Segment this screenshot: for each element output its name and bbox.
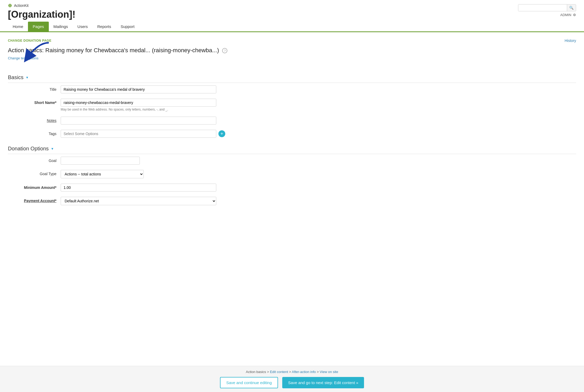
tags-input[interactable]	[61, 130, 216, 138]
help-icon[interactable]: ?	[222, 48, 227, 53]
title-input[interactable]	[61, 85, 216, 93]
basics-section-header: Basics ▼	[8, 74, 576, 83]
admin-label: ADMIN	[560, 13, 571, 17]
goal-field	[61, 157, 576, 165]
payment-account-field: Default Authorize.net	[61, 197, 576, 205]
title-label: Title	[8, 85, 61, 92]
title-field	[61, 85, 576, 93]
minimum-amount-label: Minimum Amount*	[8, 184, 61, 190]
nav-item-home[interactable]: Home	[8, 22, 28, 31]
minimum-amount-field-row: Minimum Amount*	[8, 181, 576, 194]
logo-icon: ⊕	[8, 3, 12, 8]
donation-options-label: Donation Options	[8, 146, 49, 152]
nav-item-pages[interactable]: Pages	[28, 22, 49, 31]
short-name-field: May be used in the Web address. No space…	[61, 99, 576, 111]
breadcrumb-edit-content[interactable]: Edit content	[270, 370, 288, 374]
short-name-hint: May be used in the Web address. No space…	[61, 108, 576, 111]
basics-collapse-icon[interactable]: ▼	[26, 76, 29, 79]
history-link[interactable]: History	[564, 39, 576, 43]
change-test-options-link[interactable]: Change test options	[8, 56, 39, 60]
breadcrumb: Action basics > Edit content > After-act…	[246, 370, 338, 374]
breadcrumb-view-on-site[interactable]: View on site	[320, 370, 338, 374]
action-basics-subtitle: Raising money for Chewbacca's medal... (…	[45, 47, 219, 54]
page-header: CHANGE DONATION PAGE History	[8, 39, 576, 43]
payment-account-label: Payment Account*	[8, 197, 61, 203]
breadcrumb-after-action[interactable]: After-action info	[292, 370, 316, 374]
tags-add-button[interactable]: +	[218, 130, 225, 137]
goal-input[interactable]	[61, 157, 140, 165]
short-name-label: Short Name*	[8, 99, 61, 105]
main-nav: Home Pages Mailings Users Reports Suppor…	[8, 22, 576, 31]
short-name-field-row: Short Name* May be used in the Web addre…	[8, 96, 576, 114]
payment-account-field-row: Payment Account* Default Authorize.net	[8, 194, 576, 208]
goal-type-label: Goal Type	[8, 170, 61, 176]
goal-field-row: Goal	[8, 154, 576, 167]
payment-account-select[interactable]: Default Authorize.net	[61, 197, 216, 205]
breadcrumb-sep1: >	[289, 370, 292, 374]
action-basics-label: Action basics:	[8, 47, 44, 54]
tags-label: Tags	[8, 130, 61, 136]
search-button[interactable]: 🔍	[567, 4, 576, 11]
goal-type-select[interactable]: Actions -- total actions Dollars -- tota…	[61, 170, 144, 178]
breadcrumb-static: Action basics >	[246, 370, 269, 374]
goal-type-field-row: Goal Type Actions -- total actions Dolla…	[8, 167, 576, 181]
notes-input[interactable]	[61, 117, 216, 125]
org-title: [Organization]!	[8, 9, 75, 20]
tags-row: +	[61, 130, 576, 138]
short-name-input[interactable]	[61, 99, 216, 107]
title-field-row: Title	[8, 83, 576, 96]
nav-item-support[interactable]: Support	[116, 22, 139, 31]
notes-label: Notes	[8, 117, 61, 123]
minimum-amount-input[interactable]	[61, 184, 216, 192]
breadcrumb-sep2: >	[317, 370, 320, 374]
action-basics-title: Action basics: Raising money for Chewbac…	[8, 47, 576, 54]
tags-field: +	[61, 130, 576, 138]
tags-field-row: Tags +	[8, 127, 576, 140]
donation-options-collapse-icon[interactable]: ▼	[51, 147, 54, 151]
logo-text: ActionKit	[14, 3, 28, 8]
minimum-amount-field	[61, 184, 576, 192]
notes-field-row: Notes	[8, 114, 576, 127]
notes-field	[61, 117, 576, 125]
nav-item-mailings[interactable]: Mailings	[49, 22, 73, 31]
goal-label: Goal	[8, 157, 61, 163]
main-content: CHANGE DONATION PAGE History Action basi…	[0, 32, 584, 377]
change-label: CHANGE DONATION PAGE	[8, 39, 51, 42]
bottom-bar: Action basics > Edit content > After-act…	[0, 366, 584, 377]
admin-area: ADMIN ⚙	[560, 13, 576, 17]
logo-area: ⊕ ActionKit	[8, 3, 75, 8]
search-input[interactable]	[518, 4, 567, 11]
goal-type-field: Actions -- total actions Dollars -- tota…	[61, 170, 576, 178]
nav-item-users[interactable]: Users	[73, 22, 93, 31]
header-right: 🔍 ADMIN ⚙	[518, 3, 576, 17]
donation-options-section-header: Donation Options ▼	[8, 146, 576, 154]
gear-icon[interactable]: ⚙	[573, 13, 576, 17]
basics-label: Basics	[8, 74, 23, 80]
nav-item-reports[interactable]: Reports	[93, 22, 116, 31]
search-box[interactable]: 🔍	[518, 4, 576, 11]
header: ⊕ ActionKit [Organization]! 🔍 ADMIN ⚙ Ho…	[0, 0, 584, 32]
